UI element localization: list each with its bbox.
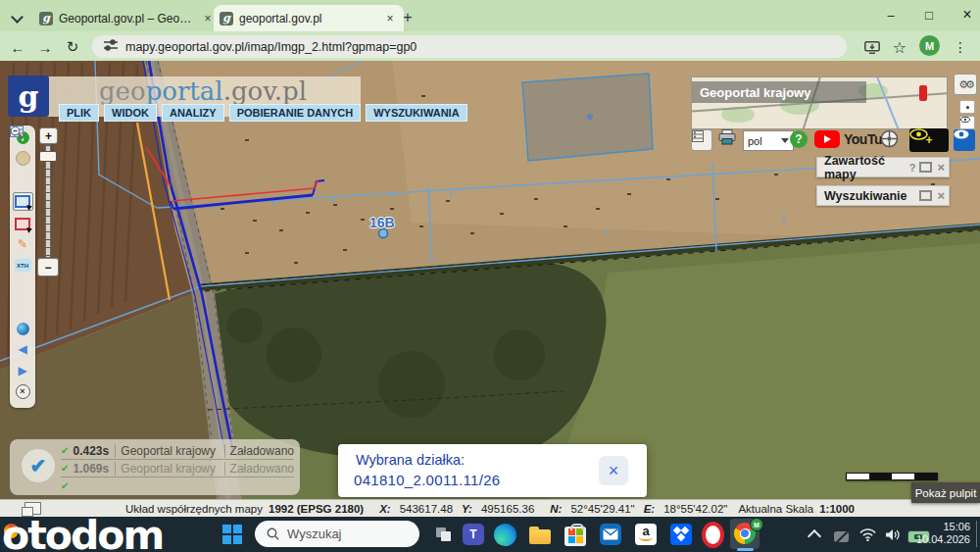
settings-wheel-button[interactable] [880, 129, 901, 150]
previous-view-tool[interactable]: ◀ [14, 341, 32, 358]
panel-map-content[interactable]: Zawartość mapy ? × [816, 157, 950, 177]
taskbar-clock[interactable]: 15:06 10.04.2026 [915, 521, 970, 546]
menu-widok[interactable]: WIDOK [104, 104, 157, 122]
panel-close-icon[interactable]: × [937, 160, 945, 175]
opera-button[interactable] [700, 522, 725, 547]
bookmark-star-icon[interactable]: ☆ [888, 35, 911, 59]
print-button[interactable] [718, 129, 740, 149]
language-select[interactable]: pol [743, 130, 794, 151]
accessibility-contrast-button[interactable]: + [909, 128, 949, 152]
browser-tab-active[interactable]: g geoportal.gov.pl × [214, 5, 404, 31]
full-extent-tool[interactable] [14, 321, 32, 337]
dropbox-icon [670, 524, 692, 545]
taskbar-search-box[interactable]: Wyszukaj [255, 521, 419, 547]
cancel-tool[interactable]: × [14, 383, 32, 400]
search-placeholder: Wyszukaj [287, 527, 342, 541]
x-label: X: [379, 503, 391, 515]
browser-tab-inactive[interactable]: g Geoportal.gov.pl – Geoportal In × [33, 5, 221, 31]
file-explorer-button[interactable] [527, 522, 553, 547]
ms-store-button[interactable] [563, 522, 588, 547]
magnifier-minus-icon [10, 125, 24, 139]
zoom-in-button[interactable]: + [39, 127, 58, 144]
menu-plik[interactable]: PLIK [59, 104, 99, 122]
legend-button[interactable] [691, 129, 712, 151]
chevron-down-icon [11, 11, 24, 24]
install-app-icon[interactable] [860, 35, 884, 59]
address-bar[interactable]: mapy.geoportal.gov.pl/imap/Imgp_2.html?g… [92, 35, 847, 58]
new-tab-button[interactable]: + [398, 8, 417, 27]
folder-icon [529, 529, 551, 544]
tab-search-button[interactable] [8, 10, 25, 27]
tune-icon[interactable] [104, 39, 118, 54]
draw-tool[interactable]: ✎ [14, 236, 32, 253]
panel-help-icon[interactable]: ? [909, 162, 916, 174]
marker-size-button[interactable] [959, 100, 975, 114]
profile-avatar[interactable]: M [919, 35, 940, 56]
tray-expand-button[interactable] [802, 522, 827, 547]
show-desktop-button[interactable] [976, 521, 977, 547]
geoportal-logo[interactable]: g [8, 75, 49, 117]
scale-value: 1:1000 [819, 503, 855, 515]
window-maximize-button[interactable]: □ [914, 4, 944, 25]
visibility-toggle-active[interactable] [954, 129, 975, 151]
overview-minimap[interactable]: Geoportal krajowy [691, 76, 948, 129]
deselect-parcel-tool[interactable] [14, 216, 32, 232]
map-viewport[interactable]: g geoportal.gov.pl PLIK WIDOK ANALIZY PO… [0, 61, 980, 499]
loader-collapse-button[interactable]: ✔ [22, 449, 55, 482]
menu-pobieranie-danych[interactable]: POBIERANIE DANYCH [229, 104, 362, 122]
tab-close-icon[interactable]: × [382, 11, 398, 26]
zoom-in-tool[interactable] [14, 278, 32, 295]
parcel-id-value: 041810_2.0011.11/26 [354, 472, 500, 488]
tray-network-button[interactable] [855, 522, 880, 547]
window-close-button[interactable]: × [953, 4, 980, 25]
dropbox-button[interactable] [668, 522, 694, 547]
forward-button[interactable]: → [33, 35, 57, 59]
tray-volume-button[interactable] [880, 522, 906, 547]
back-button[interactable]: ← [6, 35, 29, 59]
next-view-tool[interactable]: ▶ [14, 362, 32, 378]
layer-name: Geoportal krajowy [115, 462, 223, 476]
visibility-small-button[interactable] [959, 116, 975, 129]
layer-loading-panel: ✔ ✔ 0.423s Geoportal krajowy Załadowano … [10, 439, 300, 495]
n-label: N: [550, 503, 562, 515]
legend-tool[interactable] [14, 172, 32, 188]
popup-close-button[interactable]: × [599, 456, 628, 485]
select-parcel-tool-active[interactable] [13, 192, 33, 211]
help-button[interactable]: ? [790, 130, 808, 148]
history-tool[interactable] [14, 150, 32, 167]
xth-coordinates-tool[interactable]: XTH [14, 257, 32, 274]
title-suffix: .gov.pl [223, 76, 307, 106]
x-value: 543617.48 [400, 503, 453, 515]
map-tools-toolbar: i ✎ XTH ◀ ▶ × [10, 125, 35, 408]
language-value: pol [748, 135, 762, 147]
panel-window-icon[interactable] [919, 162, 932, 173]
geoportal-favicon: g [220, 12, 233, 25]
panel-window-icon[interactable] [919, 190, 932, 201]
zoom-slider-handle[interactable] [39, 151, 57, 162]
edge-app-button[interactable] [492, 522, 517, 547]
zoom-out-button[interactable]: − [37, 258, 59, 276]
menu-wyszukiwania[interactable]: WYSZUKIWANIA [366, 104, 466, 122]
start-button[interactable] [220, 522, 245, 547]
menu-analizy[interactable]: ANALIZY [162, 104, 224, 122]
chevron-up-icon [808, 529, 821, 543]
outlook-button[interactable] [598, 522, 623, 547]
amazon-button[interactable]: a [633, 522, 659, 547]
parcel-number-label: 16B [369, 215, 395, 230]
geoportal-menu: PLIK WIDOK ANALIZY POBIERANIE DANYCH WYS… [59, 104, 467, 122]
window-minimize-button[interactable]: – [876, 4, 906, 25]
task-view-button[interactable] [431, 522, 457, 547]
panel-close-icon[interactable]: × [937, 188, 945, 203]
tray-muted-button[interactable] [828, 522, 854, 547]
reload-button[interactable]: ↻ [61, 35, 84, 59]
load-time: 0.423s [73, 444, 115, 458]
teams-app-button[interactable]: T [461, 522, 486, 547]
desktop-screen: g Geoportal.gov.pl – Geoportal In × g ge… [0, 0, 980, 552]
map-scale-bar [846, 473, 938, 480]
loader-row: ✔ 0.423s Geoportal krajowy Załadowano [61, 442, 294, 460]
zoom-out-tool[interactable] [14, 299, 32, 316]
panel-search[interactable]: Wyszukiwanie × [816, 185, 950, 206]
loader-row: ✔ [61, 477, 294, 494]
browser-menu-icon[interactable]: ⋮ [949, 35, 972, 59]
map-settings-button[interactable]: ⚙⚙ [954, 74, 977, 95]
